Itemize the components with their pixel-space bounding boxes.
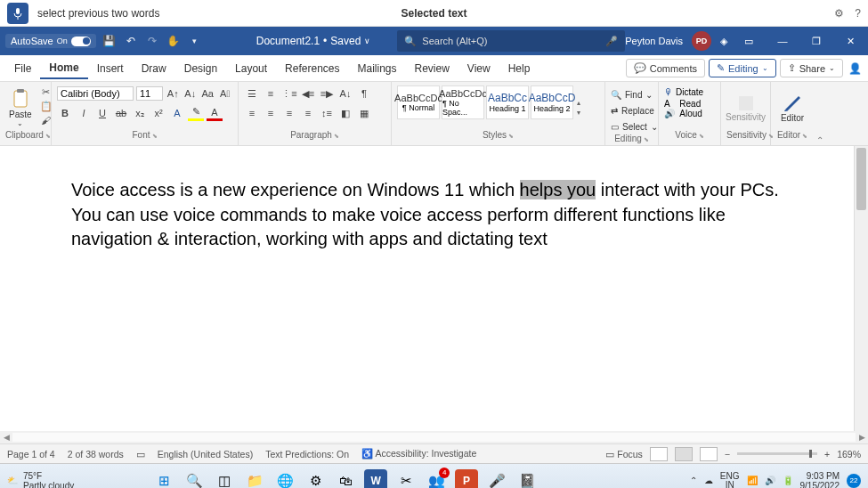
styles-expand-icon[interactable]: ▴▾ — [577, 85, 580, 130]
styles-gallery[interactable]: AaBbCcDc¶ Normal AaBbCcDc¶ No Spac... Aa… — [397, 85, 573, 130]
style-heading2[interactable]: AaBbCcDHeading 2 — [531, 85, 573, 119]
text-effects-icon[interactable]: A — [169, 105, 185, 121]
font-color-icon[interactable]: A — [207, 105, 223, 121]
undo-icon[interactable]: ↶ — [123, 33, 139, 49]
zoom-out-icon[interactable]: − — [725, 449, 730, 460]
zoom-slider[interactable] — [737, 452, 817, 455]
replace-button[interactable]: ⇄ Replace — [611, 103, 653, 118]
onenote-icon[interactable]: 📓 — [515, 469, 539, 489]
weather-widget[interactable]: ⛅ 75°FPartly cloudy — [7, 471, 74, 489]
bold-button[interactable]: B — [57, 105, 73, 121]
shrink-font-icon[interactable]: A↓ — [183, 85, 199, 102]
clock[interactable]: 9:03 PM9/15/2022 — [800, 471, 840, 489]
increase-indent-icon[interactable]: ≡▶ — [319, 85, 335, 102]
onedrive-icon[interactable]: ☁ — [704, 476, 713, 485]
zoom-in-icon[interactable]: + — [824, 449, 830, 460]
web-view-icon[interactable] — [700, 447, 718, 461]
avatar[interactable]: PD — [692, 31, 711, 51]
find-button[interactable]: 🔍 Find ⌄ — [611, 87, 653, 102]
tab-references[interactable]: References — [276, 59, 348, 78]
voice-mic-button[interactable] — [7, 3, 28, 24]
share-button[interactable]: ⇪Share⌄ — [780, 59, 843, 77]
select-button[interactable]: ▭ Select ⌄ — [611, 119, 653, 134]
user-name[interactable]: Peyton Davis — [625, 36, 683, 46]
strike-button[interactable]: ab — [113, 105, 129, 121]
subscript-button[interactable]: x₂ — [132, 105, 148, 121]
snip-icon[interactable]: ✂ — [394, 469, 418, 489]
tab-mailings[interactable]: Mailings — [348, 59, 405, 78]
search-mic-icon[interactable]: 🎤 — [605, 36, 618, 47]
align-center-icon[interactable]: ≡ — [263, 105, 279, 121]
qat-dropdown-icon[interactable]: ▾ — [187, 33, 203, 49]
tab-design[interactable]: Design — [175, 59, 226, 78]
search-box[interactable]: 🔍 Search (Alt+Q) 🎤 — [397, 30, 625, 52]
battery-icon[interactable]: 🔋 — [783, 476, 793, 485]
grow-font-icon[interactable]: A↑ — [166, 85, 181, 102]
voice-help-icon[interactable]: ? — [855, 7, 861, 20]
taskview-icon[interactable]: ◫ — [213, 469, 236, 489]
numbering-icon[interactable]: ≡ — [263, 85, 279, 102]
style-normal[interactable]: AaBbCcDc¶ Normal — [397, 85, 440, 119]
style-heading1[interactable]: AaBbCcHeading 1 — [486, 85, 529, 119]
start-icon[interactable]: ⊞ — [152, 469, 175, 489]
tab-review[interactable]: Review — [406, 59, 458, 78]
line-spacing-icon[interactable]: ↕≡ — [319, 105, 335, 121]
redo-icon[interactable]: ↷ — [144, 33, 160, 49]
document-body[interactable]: Voice access is a new experience on Wind… — [0, 146, 854, 431]
edge-icon[interactable]: 🌐 — [273, 469, 296, 489]
tab-insert[interactable]: Insert — [88, 59, 133, 78]
explorer-icon[interactable]: 📁 — [243, 469, 266, 489]
notifications-icon[interactable]: 22 — [847, 474, 861, 488]
font-size-select[interactable] — [136, 86, 163, 101]
autosave-toggle[interactable]: AutoSave On — [5, 34, 96, 48]
horizontal-scrollbar[interactable]: ◀▶ — [0, 431, 868, 443]
wifi-icon[interactable]: 📶 — [747, 476, 758, 485]
highlight-icon[interactable]: ✎ — [188, 105, 204, 121]
save-icon[interactable]: 💾 — [101, 33, 118, 49]
tab-file[interactable]: File — [5, 59, 40, 78]
decrease-indent-icon[interactable]: ◀≡ — [300, 85, 316, 102]
justify-icon[interactable]: ≡ — [300, 105, 316, 121]
tray-chevron-icon[interactable]: ⌃ — [690, 476, 697, 485]
font-name-select[interactable] — [57, 86, 134, 101]
word-icon[interactable]: W — [364, 469, 387, 489]
sort-icon[interactable]: A↓ — [337, 85, 353, 102]
tab-layout[interactable]: Layout — [226, 59, 276, 78]
tab-draw[interactable]: Draw — [133, 59, 175, 78]
teams-icon[interactable]: 👥4 — [425, 469, 448, 489]
touch-mode-icon[interactable]: ✋ — [166, 33, 182, 49]
tab-help[interactable]: Help — [499, 59, 539, 78]
voice-access-taskbar-icon[interactable]: 🎤 — [485, 469, 508, 489]
clear-format-icon[interactable]: A⃠ — [218, 85, 233, 102]
underline-button[interactable]: U — [94, 105, 110, 121]
bullets-icon[interactable]: ☰ — [244, 85, 260, 102]
paste-button[interactable]: Paste ⌄ — [5, 85, 36, 130]
restore-button[interactable]: ❐ — [804, 28, 829, 53]
tab-view[interactable]: View — [458, 59, 499, 78]
settings-taskbar-icon[interactable]: ⚙ — [304, 469, 327, 489]
editing-mode-button[interactable]: ✎Editing⌄ — [709, 59, 776, 77]
close-button[interactable]: ✕ — [838, 28, 863, 53]
sensitivity-button[interactable]: Sensitivity — [726, 85, 765, 130]
borders-icon[interactable]: ▦ — [356, 105, 372, 121]
comments-button[interactable]: 💬Comments — [626, 59, 705, 77]
minimize-button[interactable]: — — [770, 28, 795, 53]
show-marks-icon[interactable]: ¶ — [356, 85, 372, 102]
spell-icon[interactable]: ▭ — [136, 449, 145, 460]
vertical-scrollbar[interactable] — [854, 146, 868, 431]
dictate-button[interactable]: 🎙Dictate — [664, 87, 715, 97]
lang-indicator[interactable]: ENGIN — [720, 472, 740, 489]
word-count[interactable]: 2 of 38 words — [68, 449, 124, 460]
shading-icon[interactable]: ◧ — [337, 105, 353, 121]
superscript-button[interactable]: x² — [150, 105, 166, 121]
focus-mode[interactable]: ▭ Focus — [605, 449, 643, 460]
doc-title[interactable]: Document2.1 • Saved ∨ — [256, 35, 371, 47]
diamond-icon[interactable]: ◈ — [720, 36, 727, 47]
account-icon[interactable]: 👤 — [847, 62, 863, 75]
read-view-icon[interactable] — [650, 447, 668, 461]
search-taskbar-icon[interactable]: 🔍 — [183, 469, 206, 489]
multilevel-icon[interactable]: ⋮≡ — [281, 85, 297, 102]
powerpoint-icon[interactable]: P — [455, 469, 478, 489]
align-left-icon[interactable]: ≡ — [244, 105, 260, 121]
read-aloud-button[interactable]: A🔊Read Aloud — [664, 99, 715, 118]
